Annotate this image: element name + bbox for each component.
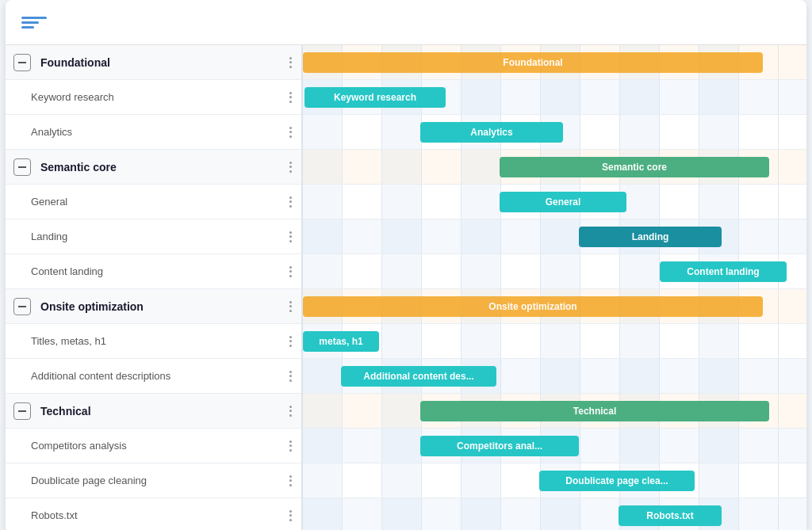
collapse-btn-semantic-core-group[interactable] (13, 158, 31, 176)
left-row-titles-metas: Titles, metas, h1 (6, 324, 301, 359)
grid-col (660, 359, 699, 393)
grid-col (501, 80, 541, 114)
left-row-doublicate-page: Doublicate page cleaning (6, 463, 301, 498)
row-dots-onsite-group[interactable] (279, 301, 301, 312)
left-row-onsite-group: Onsite optimization (6, 289, 301, 324)
grid-col (303, 429, 343, 463)
grid-col (541, 359, 580, 393)
row-label-semantic-core-group: Semantic core (31, 161, 279, 173)
grid-col (382, 254, 422, 288)
gantt-bar-additional-content[interactable]: Additional content des... (341, 366, 496, 387)
bar-label-robots-txt: Robots.txt (646, 510, 693, 521)
grid-col (382, 115, 422, 149)
collapse-btn-onsite-group[interactable] (13, 298, 31, 315)
row-dots-titles-metas[interactable] (279, 336, 301, 347)
collapse-btn-technical-group[interactable] (13, 402, 31, 420)
grid-col (620, 429, 660, 463)
row-label-competitors-analysis: Competitors analysis (6, 440, 279, 452)
grid-col (699, 429, 739, 463)
gantt-bar-keyword-research[interactable]: Keyword research (304, 87, 446, 108)
grid-col (422, 219, 462, 254)
gantt-bar-titles-metas[interactable]: metas, h1 (303, 331, 379, 352)
row-dots-keyword-research[interactable] (279, 92, 301, 103)
right-row-additional-content: Additional content des... (303, 359, 806, 394)
grid-col (699, 359, 739, 393)
right-row-analytics: Analytics (303, 115, 806, 150)
right-row-robots-txt: Robots.txt (303, 498, 806, 530)
right-row-landing: Landing (303, 219, 806, 254)
row-label-keyword-research: Keyword research (6, 91, 279, 103)
row-dots-analytics[interactable] (279, 127, 301, 138)
gantt-bar-analytics[interactable]: Analytics (420, 122, 563, 143)
grid-col (422, 324, 462, 358)
row-dots-foundational-group[interactable] (279, 57, 301, 68)
left-row-general: General (6, 185, 301, 219)
gantt-bar-general[interactable]: General (500, 192, 626, 212)
grid-col (343, 463, 382, 498)
bar-label-technical-group: Technical (573, 406, 616, 417)
grid-col (422, 185, 462, 219)
app-container: FoundationalKeyword researchAnalyticsSem… (6, 0, 806, 530)
left-row-landing: Landing (6, 219, 301, 254)
grid-col (501, 359, 541, 393)
row-dots-semantic-core-group[interactable] (279, 162, 301, 173)
right-row-general: General (303, 185, 806, 219)
grid-col (382, 219, 422, 254)
row-dots-landing[interactable] (279, 231, 301, 242)
grid-col (462, 150, 501, 184)
gantt-bar-doublicate-page[interactable]: Doublicate page clea... (539, 471, 695, 491)
grid-col (620, 359, 660, 393)
bar-label-general: General (546, 196, 581, 208)
grid-col (343, 394, 382, 428)
grid-col (620, 254, 660, 288)
row-dots-additional-content[interactable] (279, 371, 301, 382)
grid-col (422, 254, 462, 288)
row-dots-technical-group[interactable] (279, 406, 301, 417)
left-row-foundational-group: Foundational (6, 45, 301, 80)
collapse-btn-foundational-group[interactable] (13, 54, 31, 71)
gantt-bar-content-landing[interactable]: Content landing (660, 261, 787, 282)
grid-col (501, 324, 541, 358)
row-dots-robots-txt[interactable] (279, 510, 301, 521)
grid-col (462, 324, 501, 358)
grid-col (303, 254, 343, 288)
grid-col (422, 463, 462, 498)
gantt-wrap: FoundationalKeyword researchAnalyticsSem… (6, 45, 806, 530)
grid-col (303, 394, 343, 428)
grid-col (303, 185, 343, 219)
grid-col (580, 80, 620, 114)
row-dots-competitors-analysis[interactable] (279, 440, 301, 452)
row-dots-content-landing[interactable] (279, 266, 301, 277)
right-row-foundational-group: Foundational (303, 45, 806, 80)
gantt-bar-competitors-analysis[interactable]: Competitors anal... (420, 436, 579, 456)
grid-col (699, 463, 739, 498)
gantt-bar-landing[interactable]: Landing (579, 227, 722, 247)
bar-label-semantic-core-group: Semantic core (602, 162, 667, 173)
bar-label-additional-content: Additional content des... (363, 371, 473, 382)
grid-col (462, 80, 501, 114)
app-header (6, 0, 806, 45)
gantt-bar-foundational-group[interactable]: Foundational (303, 52, 763, 73)
grid-col (462, 219, 501, 254)
left-row-analytics: Analytics (6, 115, 301, 150)
bar-label-doublicate-page: Doublicate page clea... (565, 475, 668, 486)
grid-col (501, 219, 541, 254)
left-row-additional-content: Additional content descriptions (6, 359, 301, 394)
grid-col (382, 324, 422, 358)
gantt-bar-technical-group[interactable]: Technical (420, 401, 769, 421)
gantt-bar-onsite-group[interactable]: Onsite optimization (303, 296, 763, 317)
grid-col (580, 498, 620, 530)
row-dots-general[interactable] (279, 196, 301, 208)
grid-col (303, 463, 343, 498)
right-row-semantic-core-group: Semantic core (303, 150, 806, 185)
grid-col (422, 498, 462, 530)
row-dots-doublicate-page[interactable] (279, 475, 301, 486)
gantt-bar-semantic-core-group[interactable]: Semantic core (500, 157, 769, 177)
row-label-technical-group: Technical (31, 405, 279, 418)
gantt-bar-robots-txt[interactable]: Robots.txt (619, 505, 722, 526)
row-label-analytics: Analytics (6, 126, 279, 138)
right-row-competitors-analysis: Competitors anal... (303, 429, 806, 463)
right-row-content-landing: Content landing (303, 254, 806, 289)
right-row-titles-metas: metas, h1 (303, 324, 806, 359)
bar-label-analytics: Analytics (470, 127, 512, 138)
